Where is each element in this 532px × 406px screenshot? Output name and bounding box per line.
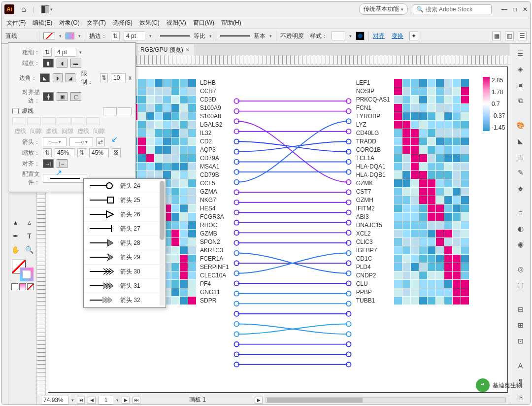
corner-bevel-icon[interactable]: ◢ — [66, 73, 75, 82]
dropdown-item[interactable]: 箭头 30 — [84, 265, 166, 279]
grid-icon[interactable]: ▦ — [492, 32, 501, 40]
swatches-icon[interactable]: ▦ — [515, 151, 526, 162]
menu-item[interactable]: 帮助(H) — [221, 19, 241, 27]
menu-item[interactable]: 窗口(W) — [193, 19, 214, 27]
page-input[interactable] — [99, 396, 113, 405]
hand-tool-icon[interactable]: ✋ — [10, 244, 22, 256]
arrow-align-tip-icon[interactable]: →| — [43, 159, 54, 168]
limit-input[interactable] — [111, 73, 126, 82]
libraries-icon[interactable]: ⧉ — [515, 95, 526, 106]
stepper-icon[interactable]: ⇅ — [43, 148, 52, 157]
none-mode-icon[interactable] — [27, 283, 34, 290]
artboards-icon[interactable]: ▣ — [515, 79, 526, 90]
color-mode-icon[interactable] — [11, 283, 18, 290]
stepper-icon[interactable]: ⇅ — [77, 148, 86, 157]
h-scrollbar[interactable] — [266, 397, 506, 403]
style-swatch[interactable] — [332, 32, 345, 40]
dropdown-item[interactable]: 箭头 32 — [84, 293, 166, 307]
symbols-icon[interactable]: ♣ — [515, 183, 526, 194]
panel-icon[interactable]: ▥ — [505, 32, 514, 40]
gradient-mode-icon[interactable] — [19, 283, 26, 290]
align-panel-icon[interactable]: ⊟ — [515, 304, 526, 315]
close-button[interactable]: ✕ — [523, 6, 528, 13]
dropdown-item[interactable]: 箭头 26 — [84, 207, 166, 222]
zoom-input[interactable] — [41, 396, 68, 405]
link-scale-icon[interactable]: ⛓ — [112, 148, 121, 157]
menu-item[interactable]: 文件(F) — [6, 19, 26, 27]
stepper-icon[interactable]: ⇅ — [100, 73, 108, 82]
type-tool-icon[interactable]: T — [24, 230, 35, 242]
scroll-left-icon[interactable]: ▶ — [255, 397, 263, 404]
transparency-icon[interactable]: ◉ — [515, 239, 526, 250]
cap-butt-icon[interactable]: ▮ — [43, 59, 54, 68]
pen-tool-icon[interactable]: ✒ — [10, 230, 22, 242]
next-page-icon[interactable]: ▶ — [122, 397, 130, 404]
properties-panel-icon[interactable]: ☰ — [515, 48, 526, 59]
home-icon[interactable]: ⌂ — [19, 5, 28, 14]
menu-item[interactable]: 文字(T) — [87, 19, 106, 27]
scrollbar-thumb[interactable] — [160, 181, 165, 240]
asset-export-icon[interactable]: ⎘ — [515, 392, 526, 403]
prefs-icon[interactable]: ☰ — [518, 32, 527, 40]
menu-item[interactable]: 编辑(E) — [33, 19, 52, 27]
stepper-icon[interactable]: ⇅ — [111, 32, 120, 40]
minimize-button[interactable]: — — [501, 6, 507, 13]
arrow-align-end-icon[interactable]: |→ — [57, 159, 67, 168]
transform-panel-icon[interactable]: ⊞ — [515, 320, 526, 331]
align-inside-icon[interactable]: ▣ — [57, 92, 67, 101]
pathfinder-icon[interactable]: ⊡ — [515, 336, 526, 346]
cap-projecting-icon[interactable]: ▬ — [70, 59, 81, 68]
document-tab[interactable]: RGB/GPU 预览) × — [135, 44, 195, 56]
maximize-button[interactable]: □ — [513, 6, 517, 13]
dropdown-item[interactable]: 箭头 28 — [84, 236, 166, 250]
menu-item[interactable]: 选择(S) — [113, 19, 133, 27]
shape-icon[interactable]: ◣ — [515, 135, 526, 146]
first-page-icon[interactable]: ⏮ — [77, 397, 85, 404]
document-layout-selector[interactable]: ▾ — [41, 5, 53, 13]
tab-close-icon[interactable]: × — [186, 46, 190, 53]
cap-round-icon[interactable]: ◖ — [57, 59, 67, 68]
stroke-weight-input[interactable] — [124, 32, 145, 40]
profile-dropdown[interactable] — [43, 174, 87, 183]
appearance-icon[interactable]: ◎ — [515, 264, 526, 274]
menu-item[interactable]: 效果(C) — [139, 19, 160, 27]
weight-input[interactable] — [55, 48, 76, 57]
fill-stroke-control[interactable] — [12, 260, 33, 281]
brushes-icon[interactable]: ✎ — [515, 167, 526, 178]
dash-checkbox[interactable] — [12, 108, 19, 114]
zoom-tool-icon[interactable]: 🔍 — [24, 244, 35, 256]
align-center-icon[interactable]: ╋ — [43, 92, 54, 101]
stroke-panel-icon[interactable]: ≡ — [515, 207, 526, 218]
align-outside-icon[interactable]: ▢ — [70, 92, 81, 101]
corner-round-icon[interactable]: ◗ — [53, 73, 63, 82]
stepper-icon[interactable]: ⇅ — [43, 48, 52, 57]
graphic-styles-icon[interactable]: ▢ — [515, 279, 526, 290]
dropdown-item[interactable]: 箭头 31 — [84, 279, 166, 293]
stroke-swatch[interactable] — [66, 33, 74, 39]
scale-start-input[interactable] — [55, 148, 74, 157]
align-link[interactable]: 对齐 — [373, 32, 385, 40]
arrow-end-dropdown[interactable]: —○ ▾ — [69, 137, 93, 146]
gradient-icon[interactable]: ◐ — [515, 223, 526, 234]
isolate-icon[interactable]: ✦ — [409, 32, 418, 40]
fill-swatch[interactable] — [43, 33, 55, 39]
color-icon[interactable]: 🎨 — [515, 120, 526, 131]
dropdown-item[interactable]: 箭头 29 — [84, 250, 166, 265]
last-page-icon[interactable]: ⏭ — [133, 397, 140, 404]
chevron-down-icon[interactable]: ▾ — [149, 34, 152, 38]
search-input[interactable]: 🔍 — [413, 4, 492, 14]
arrow-start-dropdown[interactable]: ○— ▾ — [43, 137, 66, 146]
transform-link[interactable]: 变换 — [392, 32, 403, 40]
stroke-box-icon[interactable] — [20, 268, 33, 281]
prev-page-icon[interactable]: ◀ — [88, 397, 96, 404]
char-panel-icon[interactable]: A — [515, 360, 526, 371]
direct-selection-tool-icon[interactable]: ▵ — [24, 216, 35, 228]
scale-end-input[interactable] — [89, 148, 109, 157]
chevron-down-icon[interactable]: ▾ — [79, 50, 82, 55]
dropdown-item[interactable]: 箭头 24 — [84, 179, 166, 193]
workspace-dropdown[interactable]: 传统基本功能 ▾ — [359, 3, 408, 15]
swap-arrows-icon[interactable]: ⇄ — [96, 137, 105, 146]
menu-item[interactable]: 对象(O) — [59, 19, 79, 27]
menu-item[interactable]: 视图(V) — [166, 19, 186, 27]
selection-tool-icon[interactable]: ▴ — [10, 216, 22, 228]
